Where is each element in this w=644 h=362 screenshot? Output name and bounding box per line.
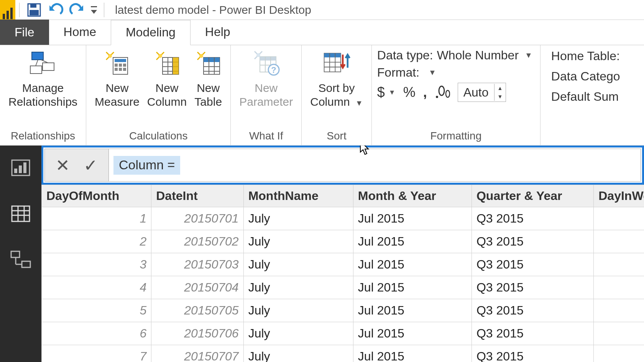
redo-button[interactable]: [66, 0, 88, 20]
cell[interactable]: 3: [594, 207, 644, 230]
cell[interactable]: 1: [594, 322, 644, 345]
cell[interactable]: July: [243, 230, 353, 253]
cancel-formula-button[interactable]: ✕: [56, 156, 70, 175]
cell[interactable]: Jul 2015: [353, 207, 472, 230]
cell[interactable]: 5: [594, 253, 644, 276]
svg-rect-56: [23, 162, 26, 173]
default-summarization-dropdown[interactable]: Default Sum: [551, 90, 620, 104]
svg-rect-55: [19, 165, 22, 173]
percent-format-button[interactable]: %: [403, 84, 416, 100]
group-title-relationships: Relationships: [5, 128, 80, 145]
stepper-down-icon[interactable]: ▼: [495, 92, 506, 101]
table-row[interactable]: 620150706JulyJul 2015Q3 20151Mo: [42, 322, 644, 345]
table-row[interactable]: 420150704JulyJul 2015Q3 20156Sat: [42, 276, 644, 299]
cell[interactable]: July: [243, 322, 353, 345]
table-row[interactable]: 320150703JulyJul 2015Q3 20155Fric: [42, 253, 644, 276]
cell[interactable]: 0: [594, 299, 644, 322]
cell[interactable]: Jul 2015: [353, 322, 472, 345]
undo-button[interactable]: [45, 0, 66, 20]
cell[interactable]: 3: [42, 253, 151, 276]
stepper-up-icon[interactable]: ▲: [495, 84, 506, 92]
cell[interactable]: 20150702: [151, 230, 243, 253]
cell[interactable]: Jul 2015: [353, 345, 472, 362]
cell[interactable]: July: [243, 207, 353, 230]
cell[interactable]: Jul 2015: [353, 253, 472, 276]
cell[interactable]: July: [243, 253, 353, 276]
column-header[interactable]: Month & Year: [353, 185, 472, 207]
cell[interactable]: Q3 2015: [472, 322, 593, 345]
cell[interactable]: 20150707: [151, 345, 243, 362]
cell[interactable]: July: [243, 345, 353, 362]
column-header[interactable]: MonthName: [243, 185, 353, 207]
report-view-button[interactable]: [9, 156, 32, 179]
sort-by-column-button[interactable]: Sort by Column ▼: [307, 48, 366, 110]
svg-rect-9: [30, 66, 42, 74]
tab-home[interactable]: Home: [49, 20, 111, 45]
tab-help[interactable]: Help: [191, 20, 245, 45]
new-measure-icon: [103, 50, 131, 77]
svg-rect-38: [260, 57, 276, 61]
cell[interactable]: 2: [42, 230, 151, 253]
table-row[interactable]: 520150705JulyJul 2015Q3 20150Sur: [42, 299, 644, 322]
cell[interactable]: Q3 2015: [472, 253, 593, 276]
tab-file[interactable]: File: [0, 20, 49, 45]
svg-rect-6: [91, 6, 97, 7]
cell[interactable]: 5: [42, 299, 151, 322]
cell[interactable]: 20150706: [151, 322, 243, 345]
column-header[interactable]: DayInWeek: [594, 185, 644, 207]
column-header[interactable]: DateInt: [151, 185, 243, 207]
currency-dropdown-caret[interactable]: ▼: [389, 88, 396, 97]
qat-customize-dropdown[interactable]: [88, 0, 100, 20]
column-header[interactable]: DayOfMonth: [42, 185, 151, 207]
table-row[interactable]: 120150701JulyJul 2015Q3 20153We: [42, 207, 644, 230]
cell[interactable]: Jul 2015: [353, 276, 472, 299]
cell[interactable]: 1: [42, 207, 151, 230]
table-row[interactable]: 220150702JulyJul 2015Q3 20154Thu: [42, 230, 644, 253]
data-type-dropdown[interactable]: Data type: Whole Number ▼: [377, 48, 532, 62]
cell[interactable]: Jul 2015: [353, 230, 472, 253]
home-table-dropdown[interactable]: Home Table:: [551, 49, 620, 63]
cell[interactable]: July: [243, 276, 353, 299]
cell[interactable]: 6: [42, 322, 151, 345]
formula-input[interactable]: Column =: [108, 149, 641, 182]
svg-point-12: [108, 54, 112, 58]
cell[interactable]: Jul 2015: [353, 299, 472, 322]
decimal-places-stepper[interactable]: Auto ▲ ▼: [458, 83, 506, 102]
svg-rect-57: [12, 206, 30, 221]
thousands-separator-button[interactable]: ,: [423, 84, 427, 100]
cell[interactable]: 20150705: [151, 299, 243, 322]
save-button[interactable]: [23, 0, 45, 20]
cell[interactable]: Q3 2015: [472, 299, 593, 322]
cell[interactable]: 4: [42, 276, 151, 299]
cell[interactable]: Q3 2015: [472, 230, 593, 253]
group-relationships: Manage Relationships Relationships: [0, 45, 86, 145]
new-measure-button[interactable]: New Measure: [92, 48, 143, 109]
currency-format-button[interactable]: $: [377, 84, 385, 100]
cell[interactable]: 4: [594, 230, 644, 253]
data-view-button[interactable]: [9, 202, 32, 225]
tab-modeling[interactable]: Modeling: [111, 20, 191, 45]
cell[interactable]: 20150704: [151, 276, 243, 299]
cell[interactable]: 2: [594, 345, 644, 362]
cell[interactable]: Q3 2015: [472, 207, 593, 230]
new-table-button[interactable]: New Table: [191, 48, 225, 109]
cell[interactable]: Q3 2015: [472, 276, 593, 299]
svg-rect-0: [3, 14, 5, 19]
table-row[interactable]: 720150707JulyJul 2015Q3 20152Tue: [42, 345, 644, 362]
cell[interactable]: Q3 2015: [472, 345, 593, 362]
data-grid[interactable]: DayOfMonth DateInt MonthName Month & Yea…: [41, 185, 644, 362]
cell[interactable]: 7: [42, 345, 151, 362]
cell[interactable]: 20150701: [151, 207, 243, 230]
commit-formula-button[interactable]: ✓: [84, 156, 98, 175]
model-view-button[interactable]: [9, 248, 32, 271]
data-category-dropdown[interactable]: Data Catego: [551, 69, 620, 84]
column-header[interactable]: Quarter & Year: [472, 185, 593, 207]
cell[interactable]: July: [243, 299, 353, 322]
cell[interactable]: 20150703: [151, 253, 243, 276]
svg-rect-17: [123, 64, 126, 67]
svg-point-51: [439, 86, 444, 95]
new-column-button[interactable]: New Column: [144, 48, 190, 109]
format-dropdown[interactable]: Format: ▼: [377, 66, 532, 80]
manage-relationships-button[interactable]: Manage Relationships: [5, 48, 80, 109]
cell[interactable]: 6: [594, 276, 644, 299]
